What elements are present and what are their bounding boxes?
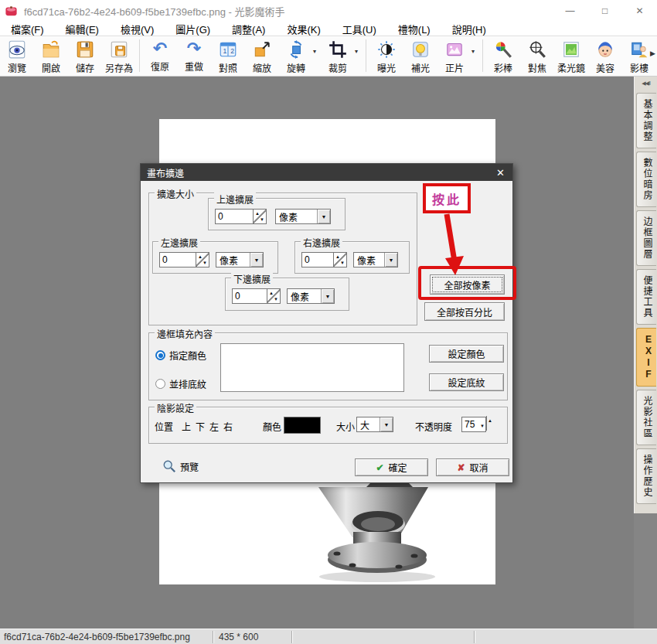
set-texture-button[interactable]: 設定底紋 <box>429 373 504 391</box>
toolbar-crop[interactable]: 裁剪 <box>321 37 355 74</box>
sidebar-tab-exif[interactable]: EXIF <box>636 328 656 387</box>
maximize-button[interactable]: □ <box>587 0 622 22</box>
window-title: f6cd71ca-76b2-4e24-b609-f5be1739efbc.png… <box>24 4 285 19</box>
tile-texture-radio[interactable] <box>155 379 165 389</box>
top-extend-label: 上邊擴展 <box>214 193 256 206</box>
menu-edit[interactable]: 編輯(E) <box>55 22 110 36</box>
top-extend-group: 上邊擴展 0 ▲▼ 像素▼ <box>208 198 346 230</box>
left-extend-label: 左邊擴展 <box>158 236 200 249</box>
left-extend-spinner[interactable]: ▲▼ <box>196 252 209 267</box>
toolbar-softlens[interactable]: 柔光鏡 <box>554 37 588 74</box>
spin-down-icon[interactable]: ▼ <box>274 297 278 302</box>
bottom-extend-spinner[interactable]: ▲▼ <box>267 288 281 304</box>
spin-up-icon[interactable]: ▲ <box>335 254 340 259</box>
shadow-position-right[interactable]: 右 <box>223 420 233 433</box>
preview-button[interactable]: 預覽 <box>162 459 199 473</box>
shadow-position-top[interactable]: 上 <box>182 420 191 433</box>
set-color-button[interactable]: 設定顏色 <box>429 345 504 363</box>
menu-image[interactable]: 圖片(G) <box>165 22 221 36</box>
bottom-extend-input[interactable]: 0 <box>232 288 267 304</box>
toolbar-exposure[interactable]: 曝光 <box>369 37 403 74</box>
toolbar-rotate[interactable]: 旋轉 <box>279 37 313 74</box>
toolbar-save[interactable]: 儲存 <box>68 37 102 74</box>
specify-color-option[interactable]: 指定顏色 <box>155 349 206 362</box>
spin-up-icon[interactable]: ▲ <box>255 211 260 216</box>
toolbar-browse[interactable]: 瀏覽 <box>0 37 34 74</box>
spin-up-icon[interactable]: ▲ <box>198 254 203 259</box>
sidebar-tab-handy-tools[interactable]: 便捷工具 <box>636 269 656 325</box>
toolbar-focus[interactable]: 對焦 <box>520 37 554 74</box>
dialog-close-icon[interactable]: ✕ <box>496 167 505 179</box>
menu-view[interactable]: 檢視(V) <box>110 22 165 36</box>
spin-down-icon[interactable]: ▼ <box>203 261 207 265</box>
app-icon <box>5 5 18 18</box>
sidebar-tab-digital-darkroom[interactable]: 數位暗房 <box>636 152 656 207</box>
tile-texture-option[interactable]: 並排底紋 <box>155 377 206 390</box>
cancel-button[interactable]: ✘ 取消 <box>436 458 509 476</box>
resize-icon <box>252 39 272 60</box>
left-unit-combobox[interactable]: 像素▼ <box>216 252 264 267</box>
toolbar-separator <box>139 39 140 72</box>
specify-color-radio[interactable] <box>155 350 165 360</box>
top-extend-input[interactable]: 0 <box>215 209 254 224</box>
top-unit-combobox[interactable]: 像素▼ <box>275 209 331 224</box>
chevron-down-icon[interactable]: ▼ <box>317 210 330 223</box>
toolbar-beauty[interactable]: 美容 <box>588 37 622 74</box>
menu-tools[interactable]: 工具(U) <box>332 22 387 36</box>
right-extend-spinner[interactable]: ▲▼ <box>334 252 347 267</box>
top-extend-spinner[interactable]: ▲▼ <box>254 209 267 224</box>
menu-file[interactable]: 檔案(F) <box>0 22 55 36</box>
close-button[interactable]: ✕ <box>622 0 657 22</box>
chevron-down-icon[interactable]: ▼ <box>384 253 397 267</box>
right-extend-input[interactable]: 0 <box>301 252 334 267</box>
fill-color-preview[interactable] <box>220 343 404 392</box>
chevron-down-icon[interactable]: ▼ <box>321 289 334 303</box>
sidebar-tab-basic-adjust[interactable]: 基本調整 <box>636 93 656 148</box>
minimize-button[interactable]: — <box>553 0 587 22</box>
toolbar-film[interactable]: 正片 <box>437 37 471 74</box>
spin-down-icon[interactable]: ▼ <box>480 424 485 428</box>
shadow-position-bottom[interactable]: 下 <box>196 420 205 433</box>
toolbar-resize[interactable]: 縮放 <box>245 37 279 74</box>
toolbar-label: 影樓 <box>630 61 648 74</box>
all-by-percent-button[interactable]: 全部按百分比 <box>424 302 505 321</box>
toolbar-colorwand[interactable]: 彩棒 <box>486 37 520 74</box>
shadow-position-left[interactable]: 左 <box>209 420 219 433</box>
sidebar-tab-community[interactable]: 光影社區 <box>636 390 656 445</box>
menu-adjust[interactable]: 調整(A) <box>221 22 276 36</box>
sidebar-tab-strip: ◀◀‖ 基本調整 數位暗房 边框圖層 便捷工具 EXIF 光影社區 操作歷史 <box>634 77 657 513</box>
rotate-dropdown-caret-icon[interactable]: ▾ <box>313 37 321 55</box>
menu-help[interactable]: 說明(H) <box>441 22 497 36</box>
menu-gifts[interactable]: 禮物(L) <box>387 22 441 36</box>
toolbar-redo[interactable]: ↷ 重做 <box>177 37 211 73</box>
right-extend-group: 右邊擴展 0 ▲▼ 像素▼ <box>294 241 410 274</box>
sidebar-collapse-icon[interactable]: ◀◀‖ <box>635 78 657 90</box>
toolbar-undo[interactable]: ↶ 復原 <box>143 37 177 73</box>
right-unit-combobox[interactable]: 像素▼ <box>353 252 398 267</box>
shadow-opacity-spinner[interactable]: ▲▼ <box>486 416 487 431</box>
left-extend-input[interactable]: 0 <box>159 252 196 267</box>
toolbar-compare[interactable]: 1 2 對照 <box>211 37 245 74</box>
spin-down-icon[interactable]: ▼ <box>260 217 264 222</box>
ok-button[interactable]: ✔ 確定 <box>355 458 428 476</box>
toolbar-open[interactable]: 開啟 <box>34 37 68 74</box>
chevron-down-icon[interactable]: ▼ <box>380 417 393 431</box>
toolbar-overflow-icon[interactable]: ▶ <box>650 49 655 57</box>
menu-effects[interactable]: 效果(K) <box>276 22 331 36</box>
film-dropdown-caret-icon[interactable]: ▾ <box>471 37 479 55</box>
bottom-unit-combobox[interactable]: 像素▼ <box>287 288 335 304</box>
shadow-color-swatch[interactable] <box>284 417 321 434</box>
spin-down-icon[interactable]: ▼ <box>340 261 345 265</box>
spin-up-icon[interactable]: ▲ <box>488 418 492 423</box>
toolbar-saveas[interactable]: 另存為 <box>102 37 136 74</box>
extend-size-group-label: 擴邊大小 <box>155 187 196 200</box>
tile-texture-label: 並排底紋 <box>169 377 206 390</box>
sidebar-tab-history[interactable]: 操作歷史 <box>636 448 656 504</box>
shadow-size-combobox[interactable]: 大▼ <box>356 417 393 432</box>
dialog-titlebar[interactable]: 畫布擴邊 ✕ <box>141 164 512 181</box>
chevron-down-icon[interactable]: ▼ <box>250 253 263 267</box>
crop-dropdown-caret-icon[interactable]: ▾ <box>355 37 363 55</box>
sidebar-tab-border-layer[interactable]: 边框圖層 <box>636 210 656 266</box>
spin-up-icon[interactable]: ▲ <box>269 291 274 295</box>
toolbar-filllight[interactable]: 補光 <box>403 37 437 74</box>
